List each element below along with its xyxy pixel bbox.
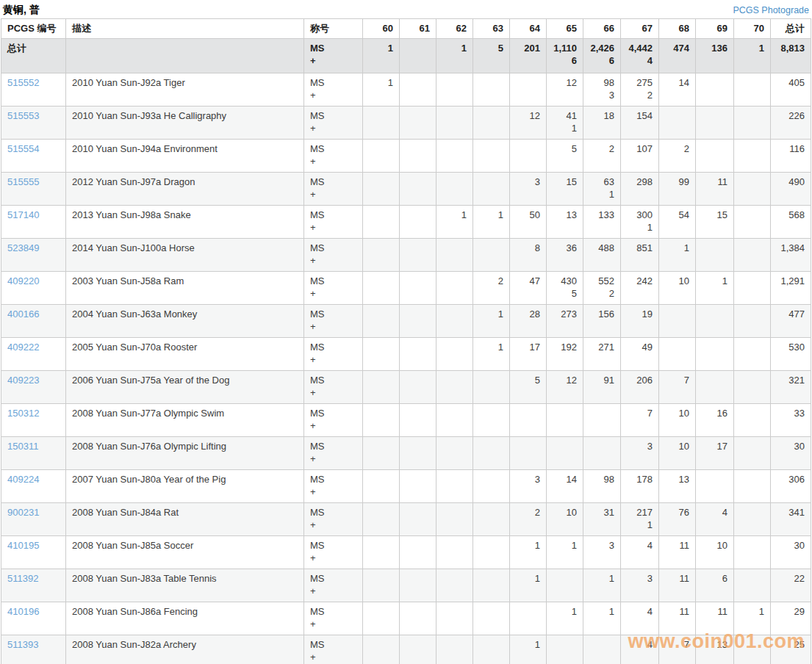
grade-69-cell <box>696 139 734 172</box>
grade-60-cell <box>363 205 400 238</box>
designation-cell: MS+ <box>304 238 363 271</box>
grade-66-cell: 983 <box>583 73 621 106</box>
table-row: 4092242007 Yuan Sun-J80a Year of the Pig… <box>1 469 811 502</box>
pcgs-number-link[interactable]: 400166 <box>7 308 39 320</box>
grade-68-cell: 14 <box>659 73 696 106</box>
column-header-grade-64: 64 <box>510 19 547 39</box>
designation-cell: MS+ <box>304 271 363 304</box>
grade-60-cell <box>363 304 400 337</box>
grade-70-cell <box>734 73 771 106</box>
grade-60-cell <box>363 403 400 436</box>
grade-70-cell <box>734 271 771 304</box>
grade-64-cell: 12 <box>510 106 547 139</box>
pcgs-number-link[interactable]: 515554 <box>7 143 39 154</box>
grade-65-cell: 10 <box>547 502 583 535</box>
grade-61-cell <box>400 502 436 535</box>
table-row: 1503112008 Yuan Sun-J76a Olympic Lifting… <box>1 436 811 469</box>
coin-description: 2003 Yuan Sun-J58a Ram <box>66 271 304 304</box>
table-row: 1503122008 Yuan Sun-J77a Olympic SwimMS+… <box>1 403 811 436</box>
grade-62-cell <box>436 106 473 139</box>
grade-66-cell: 5522 <box>583 271 621 304</box>
grade-67-cell: 4 <box>621 635 659 664</box>
grade-67-cell: 154 <box>621 106 659 139</box>
pcgs-number-cell: 511393 <box>1 635 66 664</box>
grade-63-cell: 2 <box>473 271 510 304</box>
pcgs-number-link[interactable]: 900231 <box>7 507 39 518</box>
grade-63-cell <box>473 172 510 205</box>
grade-70-cell <box>734 106 771 139</box>
grade-63-cell: 1 <box>473 337 510 370</box>
grade-64-cell: 3 <box>510 172 547 205</box>
grade-63-cell <box>473 469 510 502</box>
pcgs-number-link[interactable]: 515552 <box>7 77 39 88</box>
coin-description: 2010 Yuan Sun-J94a Environment <box>66 139 304 172</box>
grade-66-cell: 271 <box>583 337 621 370</box>
grade-69-cell <box>696 304 734 337</box>
pcgs-number-link[interactable]: 517140 <box>7 209 39 220</box>
grade-69-cell: 136 <box>696 38 734 73</box>
grade-63-cell <box>473 502 510 535</box>
totals-grand-total-cell: 8,813 <box>771 38 811 73</box>
grade-67-cell: 851 <box>621 238 659 271</box>
grade-68-cell: 10 <box>659 403 696 436</box>
pcgs-number-link[interactable]: 523849 <box>7 242 39 253</box>
row-total-cell: 30 <box>771 436 811 469</box>
designation-cell: MS+ <box>304 602 363 635</box>
totals-label: 总计 <box>1 38 66 73</box>
grade-66-cell: 98 <box>583 469 621 502</box>
row-total-cell: 33 <box>771 403 811 436</box>
pcgs-number-cell: 400166 <box>1 304 66 337</box>
grade-61-cell <box>400 205 436 238</box>
column-header-designation: 称号 <box>304 19 363 39</box>
pcgs-number-link[interactable]: 150312 <box>7 408 39 419</box>
page-title: 黄铜, 普 <box>3 4 40 17</box>
pcgs-number-cell: 517140 <box>1 205 66 238</box>
pcgs-number-cell: 523849 <box>1 238 66 271</box>
coin-description: 2008 Yuan Sun-J85a Soccer <box>66 535 304 569</box>
grade-70-cell <box>734 238 771 271</box>
pcgs-number-cell: 410196 <box>1 602 66 635</box>
grade-67-cell: 107 <box>621 139 659 172</box>
grade-62-cell <box>436 535 473 569</box>
totals-description-cell <box>66 38 304 73</box>
row-total-cell: 22 <box>771 569 811 602</box>
pcgs-number-link[interactable]: 409224 <box>7 474 39 485</box>
grade-62-cell <box>436 271 473 304</box>
pcgs-number-cell: 511392 <box>1 569 66 602</box>
table-row: 5155552012 Yuan Sun-J97a DragonMS+315631… <box>1 172 811 205</box>
grade-63-cell <box>473 602 510 635</box>
pcgs-number-link[interactable]: 511393 <box>7 639 38 650</box>
pcgs-number-link[interactable]: 409220 <box>7 275 39 286</box>
grade-61-cell <box>400 370 436 403</box>
row-total-cell: 490 <box>771 172 811 205</box>
grade-69-cell <box>696 73 734 106</box>
coin-description: 2008 Yuan Sun-J82a Archery <box>66 635 304 664</box>
grade-65-cell: 5 <box>547 139 583 172</box>
grade-63-cell <box>473 106 510 139</box>
grade-65-cell: 15 <box>547 172 583 205</box>
grade-62-cell <box>436 304 473 337</box>
row-total-cell: 116 <box>771 139 811 172</box>
pcgs-number-link[interactable]: 410195 <box>7 540 39 551</box>
pcgs-number-link[interactable]: 515553 <box>7 110 39 121</box>
grade-69-cell <box>696 106 734 139</box>
grade-64-cell: 47 <box>510 271 547 304</box>
pcgs-number-link[interactable]: 511392 <box>7 573 38 584</box>
pcgs-number-link[interactable]: 409223 <box>7 375 39 386</box>
pcgs-number-link[interactable]: 409222 <box>7 342 39 353</box>
grade-69-cell <box>696 238 734 271</box>
column-header-grade-61: 61 <box>400 19 436 39</box>
pcgs-number-link[interactable]: 515555 <box>7 176 39 187</box>
pcgs-number-link[interactable]: 150311 <box>7 441 38 452</box>
table-row: 5155542010 Yuan Sun-J94a EnvironmentMS+5… <box>1 139 811 172</box>
grade-69-cell: 11 <box>696 172 734 205</box>
grade-60-cell <box>363 139 400 172</box>
table-row: 4092232006 Yuan Sun-J75a Year of the Dog… <box>1 370 811 403</box>
pcgs-number-link[interactable]: 410196 <box>7 606 39 617</box>
grade-64-cell: 5 <box>510 370 547 403</box>
pcgs-number-cell: 515553 <box>1 106 66 139</box>
pcgs-photograde-link[interactable]: PCGS Photograde <box>733 5 809 15</box>
grade-66-cell <box>583 436 621 469</box>
column-header-total: 总计 <box>771 19 811 39</box>
grade-64-cell <box>510 602 547 635</box>
